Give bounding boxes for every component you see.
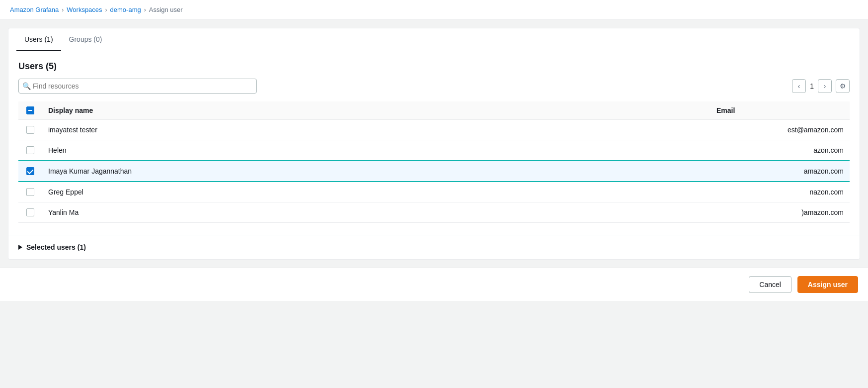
select-all-checkbox[interactable] <box>26 106 34 114</box>
table-row: Imaya Kumar Jagannathanamazon.com <box>18 161 850 182</box>
tab-users[interactable]: Users (1) <box>16 28 61 51</box>
search-bar-wrap: 🔍 ‹ 1 › ⚙ <box>18 79 850 94</box>
tab-groups[interactable]: Groups (0) <box>61 28 110 51</box>
cancel-button[interactable]: Cancel <box>749 276 791 293</box>
table-row: Helenazon.com <box>18 140 850 161</box>
breadcrumb-sep-2: › <box>105 6 107 13</box>
table-row: Yanlin Ma)amazon.com <box>18 202 850 223</box>
breadcrumb-current: Assign user <box>149 6 183 13</box>
pagination-controls: ‹ 1 › ⚙ <box>792 79 850 93</box>
main-card: Users (1) Groups (0) Users (5) 🔍 ‹ 1 › ⚙ <box>8 28 860 260</box>
breadcrumb-sep-3: › <box>144 6 146 13</box>
table-header-row: Display name Email <box>18 101 850 120</box>
col-checkbox <box>18 101 42 120</box>
settings-button[interactable]: ⚙ <box>836 79 850 93</box>
section-title: Users (5) <box>18 61 850 72</box>
row-checkbox-0[interactable] <box>26 126 34 134</box>
row-display-name-2: Imaya Kumar Jagannathan <box>42 161 710 182</box>
row-checkbox-2[interactable] <box>26 167 34 175</box>
table-row: imayatest testerest@amazon.com <box>18 120 850 140</box>
prev-page-button[interactable]: ‹ <box>792 79 806 93</box>
assign-user-button[interactable]: Assign user <box>797 276 858 293</box>
row-display-name-4: Yanlin Ma <box>42 202 710 223</box>
selected-users-toggle[interactable]: Selected users (1) <box>18 243 850 251</box>
page-number: 1 <box>810 82 814 90</box>
tab-users-label: Users (1) <box>24 35 53 43</box>
row-checkbox-1[interactable] <box>26 146 34 154</box>
table-row: Greg Eppelnazon.com <box>18 182 850 202</box>
breadcrumb-sep-1: › <box>62 6 64 13</box>
row-email-0: est@amazon.com <box>710 120 850 140</box>
col-email: Email <box>710 101 850 120</box>
col-display-name: Display name <box>42 101 710 120</box>
tab-groups-label: Groups (0) <box>69 35 102 43</box>
row-checkbox-3[interactable] <box>26 188 34 196</box>
row-email-3: nazon.com <box>710 182 850 202</box>
row-checkbox-4[interactable] <box>26 208 34 216</box>
breadcrumb-demo-amg[interactable]: demo-amg <box>110 6 141 13</box>
search-icon: 🔍 <box>22 82 31 90</box>
breadcrumb-amazon-grafana[interactable]: Amazon Grafana <box>10 6 59 13</box>
triangle-icon <box>18 245 22 250</box>
next-page-button[interactable]: › <box>818 79 832 93</box>
selected-users-section: Selected users (1) <box>8 235 860 259</box>
users-table: Display name Email imayatest testerest@a… <box>18 101 850 223</box>
row-email-4: )amazon.com <box>710 202 850 223</box>
footer: Cancel Assign user <box>0 268 868 301</box>
main-content: Users (1) Groups (0) Users (5) 🔍 ‹ 1 › ⚙ <box>0 28 868 260</box>
tabs-container: Users (1) Groups (0) <box>8 28 860 51</box>
selected-users-label: Selected users (1) <box>26 243 86 251</box>
breadcrumb: Amazon Grafana › Workspaces › demo-amg ›… <box>0 0 868 20</box>
row-display-name-0: imayatest tester <box>42 120 710 140</box>
search-input-container: 🔍 <box>18 79 257 94</box>
users-section: Users (5) 🔍 ‹ 1 › ⚙ <box>8 51 860 233</box>
row-email-2: amazon.com <box>710 161 850 182</box>
row-email-1: azon.com <box>710 140 850 161</box>
search-input[interactable] <box>18 79 257 94</box>
row-display-name-3: Greg Eppel <box>42 182 710 202</box>
breadcrumb-workspaces[interactable]: Workspaces <box>67 6 102 13</box>
row-display-name-1: Helen <box>42 140 710 161</box>
